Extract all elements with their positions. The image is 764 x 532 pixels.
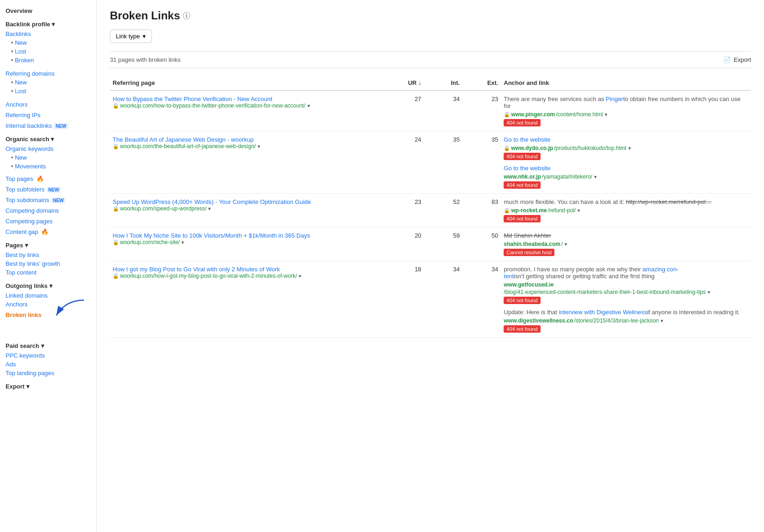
sidebar-sub-organic-new[interactable]: New — [6, 153, 91, 162]
anchor-inline-link[interactable]: amazing con-tent — [504, 266, 679, 280]
referring-page-cell: How to Bypass the Twitter Phone Verifica… — [110, 90, 379, 132]
sidebar-item-top-subdomains[interactable]: Top subdomainsNEW — [6, 196, 91, 204]
sidebar-item-top-content[interactable]: Top content — [6, 268, 91, 277]
anchor-url-rest: /refund-pol/ — [548, 207, 576, 214]
sidebar-item-anchors-out[interactable]: Anchors — [6, 300, 91, 309]
strikethrough-url: http://wp-rocket.me/refund-pol… — [626, 198, 712, 205]
sidebar-item-backlinks[interactable]: Backlinks — [6, 30, 91, 38]
anchor-description: There are many free services such as Pin… — [504, 96, 748, 109]
anchor-inline-link[interactable]: Pinger — [606, 96, 623, 102]
status-badge: 404 not found — [504, 325, 540, 333]
anchor-cell: Md Shahin Akhter shahin.theabeda.com/ ▾ … — [501, 227, 751, 261]
referring-title-link[interactable]: How I got my Blog Post to Go Viral with … — [113, 266, 280, 273]
referring-url-link[interactable]: woorkup.com/niche-site/ — [120, 239, 180, 245]
sidebar-item-organic-keywords[interactable]: Organic keywords — [6, 144, 91, 153]
referring-url-link[interactable]: woorkup.com/how-to-bypass-the-twitter-ph… — [120, 102, 306, 109]
ext-value: 23 — [463, 90, 501, 132]
anchor-url-bold: www.dydo.co.jp — [511, 145, 553, 151]
col-header-ur[interactable]: UR ↓ — [379, 76, 424, 90]
anchor-description: promotion. I have so many people ask me … — [504, 266, 748, 280]
anchor-url-bold: wp-rocket.me — [511, 207, 547, 214]
sidebar-pages[interactable]: Pages ▾ — [6, 242, 91, 249]
sidebar-sub-refdomains-lost[interactable]: Lost — [6, 87, 91, 96]
referring-url-link[interactable]: woorkup.com/speed-up-wordpress/ — [120, 205, 206, 212]
anchor-url-bold: www.getfocused.ie — [504, 281, 553, 288]
anchor-description: Go to the website — [504, 165, 748, 172]
sidebar-outgoing-links[interactable]: Outgoing links ▾ — [6, 282, 91, 289]
sidebar-item-top-pages[interactable]: Top pages 🔥 — [6, 174, 91, 183]
sidebar-item-ads[interactable]: Ads — [6, 360, 91, 369]
status-badge: 404 not found — [504, 181, 540, 189]
int-value: 59 — [424, 227, 463, 261]
sidebar-sub-backlinks-lost[interactable]: Lost — [6, 47, 91, 56]
referring-title-link[interactable]: Speed Up WordPress (4,000+ Words) - Your… — [113, 198, 311, 205]
referring-url-link[interactable]: woorkup.com/how-i-got-my-blog-post-to-go… — [120, 273, 297, 279]
anchor-block: Go to the website www.nhk.or.jp/yamagata… — [504, 165, 748, 189]
col-header-ext[interactable]: Ext. — [463, 76, 501, 90]
anchor-description: Go to the website — [504, 136, 748, 143]
col-header-int[interactable]: Int. — [424, 76, 463, 90]
sidebar-item-linked-domains[interactable]: Linked domains — [6, 291, 91, 300]
sidebar-paid-search[interactable]: Paid search ▾ — [6, 342, 91, 349]
anchor-block: Update: Here is that interview with Dige… — [504, 309, 748, 333]
link-type-dropdown[interactable]: Link type ▾ — [110, 30, 152, 43]
anchor-cell: There are many free services such as Pin… — [501, 90, 751, 132]
new-badge-subfolders: NEW — [47, 187, 61, 193]
anchor-url-rest: /stories/2015/4/3/brian-lee-jackson — [574, 317, 659, 324]
referring-title-link[interactable]: How I Took My Niche Site to 100k Visitor… — [113, 232, 310, 239]
status-badge: 404 not found — [504, 297, 540, 304]
referring-url: 🔒 woorkup.com/how-i-got-my-blog-post-to-… — [113, 273, 376, 279]
sidebar-sub-backlinks-new[interactable]: New — [6, 38, 91, 47]
ext-value: 83 — [463, 194, 501, 227]
anchor-description: Update: Here is that interview with Dige… — [504, 309, 748, 316]
sidebar-export[interactable]: Export ▾ — [6, 383, 91, 390]
int-value: 35 — [424, 132, 463, 194]
sidebar-organic-search[interactable]: Organic search ▾ — [6, 136, 91, 143]
sidebar-item-anchors[interactable]: Anchors — [6, 100, 91, 109]
table-row: Speed Up WordPress (4,000+ Words) - Your… — [110, 194, 751, 227]
sidebar-sub-organic-movements[interactable]: Movements — [6, 162, 91, 171]
referring-title-link[interactable]: How to Bypass the Twitter Phone Verifica… — [113, 96, 272, 102]
sidebar-item-ppc-keywords[interactable]: PPC keywords — [6, 351, 91, 360]
sidebar-item-referring-ips[interactable]: Referring IPs — [6, 111, 91, 120]
ext-value: 35 — [463, 132, 501, 194]
strikethrough-text: Md Shahin Akhter — [504, 232, 551, 239]
referring-url: 🔒 woorkup.com/how-to-bypass-the-twitter-… — [113, 102, 376, 109]
status-badge: 404 not found — [504, 215, 540, 222]
sidebar-overview[interactable]: Overview — [6, 7, 91, 14]
referring-page-cell: The Beautiful Art of Japanese Web Design… — [110, 132, 379, 194]
sidebar-item-competing-pages[interactable]: Competing pages — [6, 217, 91, 226]
anchor-url: 🔒 www.dydo.co.jp/products/hukkokudo/top.… — [504, 145, 748, 151]
anchor-inline-link[interactable]: Go to the website — [504, 136, 550, 143]
anchor-url-bold: www.nhk.or.jp — [504, 173, 541, 180]
anchor-url-rest: /blog/41-experienced-content-marketers-s… — [504, 289, 706, 295]
export-button[interactable]: 📄 Export — [723, 56, 751, 63]
sidebar-item-best-by-links-growth[interactable]: Best by links' growth — [6, 259, 91, 268]
sidebar-sub-refdomains-new[interactable]: New — [6, 78, 91, 87]
anchor-url-bold: www.pinger.com — [511, 111, 555, 118]
chevron-down-icon: ▾ — [307, 103, 310, 109]
sidebar-item-best-by-links[interactable]: Best by links — [6, 251, 91, 259]
broken-links-table: Referring page UR ↓ Int. Ext. Anchor and… — [110, 76, 751, 338]
sidebar-item-content-gap[interactable]: Content gap 🔥 — [6, 227, 91, 236]
sidebar-item-broken-links[interactable]: Broken links — [6, 311, 91, 319]
referring-title-link[interactable]: The Beautiful Art of Japanese Web Design… — [113, 136, 253, 143]
sidebar-sub-backlinks-broken[interactable]: Broken — [6, 56, 91, 65]
int-value: 52 — [424, 194, 463, 227]
anchor-url: www.nhk.or.jp/yamagata/mitekero/ ▾ — [504, 173, 748, 180]
anchor-inline-link[interactable]: Go to the website — [504, 165, 550, 172]
sidebar-item-top-subfolders[interactable]: Top subfoldersNEW — [6, 185, 91, 194]
sidebar-item-competing-domains[interactable]: Competing domains — [6, 206, 91, 215]
sidebar-item-internal-backlinks[interactable]: Internal backlinksNEW — [6, 121, 91, 130]
referring-url: 🔒 woorkup.com/niche-site/ ▾ — [113, 239, 376, 245]
ur-value: 23 — [379, 194, 424, 227]
referring-url-link[interactable]: woorkup.com/the-beautiful-art-of-japanes… — [120, 143, 256, 149]
sidebar-backlink-profile[interactable]: Backlink profile ▾ — [6, 21, 91, 28]
sidebar-item-top-landing-pages[interactable]: Top landing pages — [6, 369, 91, 377]
info-icon[interactable]: ℹ — [183, 12, 190, 19]
anchor-block: much more flexible. You can have a look … — [504, 198, 748, 222]
anchor-inline-link[interactable]: interview with Digestive Wellness — [559, 309, 647, 316]
export-icon: 📄 — [723, 56, 731, 63]
sidebar: Overview Backlink profile ▾ Backlinks Ne… — [0, 0, 97, 532]
sidebar-item-referring-domains[interactable]: Referring domains — [6, 69, 91, 78]
